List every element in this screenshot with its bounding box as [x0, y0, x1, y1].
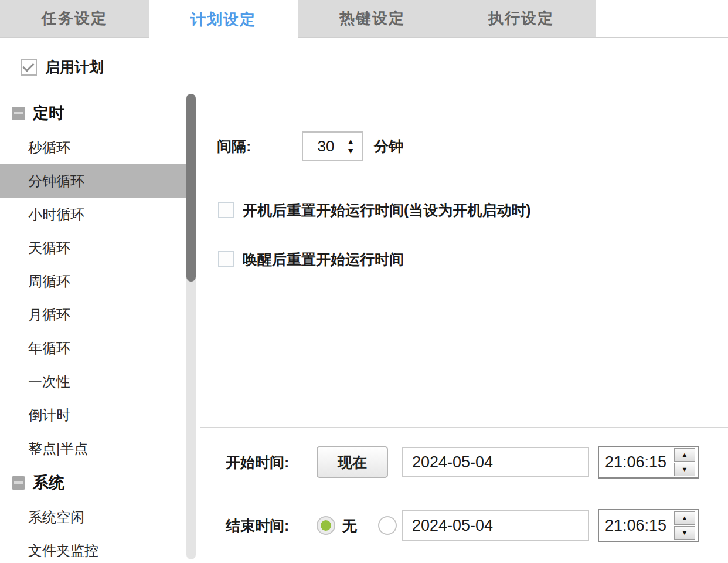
end-time-value: 21:06:15: [599, 517, 674, 535]
sidebar-item-year-loop[interactable]: 年循环: [0, 331, 186, 365]
time-down-button[interactable]: ▼: [674, 463, 695, 476]
tab-hotkey-settings[interactable]: 热键设定: [298, 0, 447, 37]
start-time-value: 21:06:15: [599, 453, 674, 472]
scheduler-settings-window: 任务设定 计划设定 热键设定 执行设定 启用计划 定时 秒循环 分钟循环 小时循…: [0, 0, 728, 563]
collapse-icon[interactable]: [12, 107, 25, 120]
sidebar-item-countdown[interactable]: 倒计时: [0, 398, 186, 432]
start-time-input[interactable]: 21:06:15 ▲ ▼: [598, 446, 699, 479]
tab-bar: 任务设定 计划设定 热键设定 执行设定: [0, 0, 728, 37]
tab-task-settings[interactable]: 任务设定: [0, 0, 149, 37]
end-time-input[interactable]: 21:06:15 ▲ ▼: [598, 509, 699, 542]
reset-after-boot-checkbox[interactable]: 开机后重置开始运行时间(当设为开机启动时): [200, 199, 728, 221]
enable-plan-checkbox[interactable]: 启用计划: [21, 57, 104, 77]
spin-up-icon[interactable]: ▲: [346, 138, 355, 145]
sidebar-item-minute-loop[interactable]: 分钟循环: [0, 164, 186, 198]
unchecked-checkbox-icon: [218, 251, 234, 267]
sidebar-item-hour-loop[interactable]: 小时循环: [0, 198, 186, 231]
sidebar-item-one-time[interactable]: 一次性: [0, 365, 186, 398]
tab-plan-settings[interactable]: 计划设定: [149, 0, 298, 39]
unchecked-checkbox-icon: [218, 202, 234, 218]
now-button[interactable]: 现在: [317, 446, 388, 478]
end-time-label: 结束时间:: [226, 516, 289, 535]
interval-row: 间隔: 30 ▲ ▼ 分钟: [200, 131, 728, 161]
schedule-type-list: 定时 秒循环 分钟循环 小时循环 天循环 周循环 月循环 年循环 一次性 倒计时…: [0, 96, 186, 563]
start-date-input[interactable]: 2024-05-04: [402, 447, 589, 477]
sidebar-group-system[interactable]: 系统: [0, 465, 186, 500]
interval-spinner[interactable]: 30 ▲ ▼: [302, 131, 363, 161]
end-datetime-radio[interactable]: [378, 516, 397, 535]
reset-after-wake-label: 唤醒后重置开始运行时间: [243, 250, 404, 269]
group-header-label: 定时: [33, 103, 64, 124]
sidebar-item-month-loop[interactable]: 月循环: [0, 298, 186, 331]
interval-label: 间隔:: [217, 137, 251, 156]
spin-down-icon[interactable]: ▼: [346, 147, 355, 154]
tab-execution-settings[interactable]: 执行设定: [447, 0, 596, 37]
interval-unit-label: 分钟: [374, 137, 403, 156]
sidebar-group-timer[interactable]: 定时: [0, 96, 186, 131]
sidebar-item-system-idle[interactable]: 系统空闲: [0, 500, 186, 534]
start-date-value: 2024-05-04: [412, 453, 493, 472]
minute-loop-settings-panel: 间隔: 30 ▲ ▼ 分钟 开机后重置开始运行时间(当设为开机启动时) 唤醒后重…: [200, 37, 728, 563]
time-down-button[interactable]: ▼: [674, 526, 695, 540]
end-date-value: 2024-05-04: [412, 517, 493, 535]
sidebar-item-day-loop[interactable]: 天循环: [0, 231, 186, 264]
end-none-label: 无: [342, 516, 357, 535]
section-divider: [200, 427, 728, 428]
checked-checkbox-icon: [21, 59, 37, 76]
end-time-row: 结束时间: 无 2024-05-04 21:06:15 ▲ ▼: [200, 510, 728, 541]
reset-after-wake-checkbox[interactable]: 唤醒后重置开始运行时间: [200, 249, 728, 270]
sidebar-item-week-loop[interactable]: 周循环: [0, 264, 186, 298]
sidebar-item-second-loop[interactable]: 秒循环: [0, 131, 186, 164]
start-time-row: 开始时间: 现在 2024-05-04 21:06:15 ▲ ▼: [200, 446, 728, 478]
time-up-button[interactable]: ▲: [674, 448, 695, 462]
start-time-label: 开始时间:: [226, 453, 289, 472]
sidebar-scrollbar[interactable]: [186, 94, 196, 559]
time-up-button[interactable]: ▲: [674, 511, 695, 525]
sidebar-item-hour-half-hour[interactable]: 整点|半点: [0, 432, 186, 465]
group-header-label: 系统: [33, 472, 64, 493]
enable-plan-label: 启用计划: [45, 57, 104, 77]
interval-value[interactable]: 30: [303, 137, 346, 155]
reset-after-boot-label: 开机后重置开始运行时间(当设为开机启动时): [243, 201, 531, 220]
end-none-radio[interactable]: [317, 516, 335, 535]
sidebar-item-folder-monitor[interactable]: 文件夹监控: [0, 534, 186, 563]
end-date-input[interactable]: 2024-05-04: [402, 510, 589, 541]
tab-bar-filler: [596, 0, 728, 37]
scrollbar-thumb[interactable]: [186, 94, 196, 282]
collapse-icon[interactable]: [12, 476, 25, 490]
